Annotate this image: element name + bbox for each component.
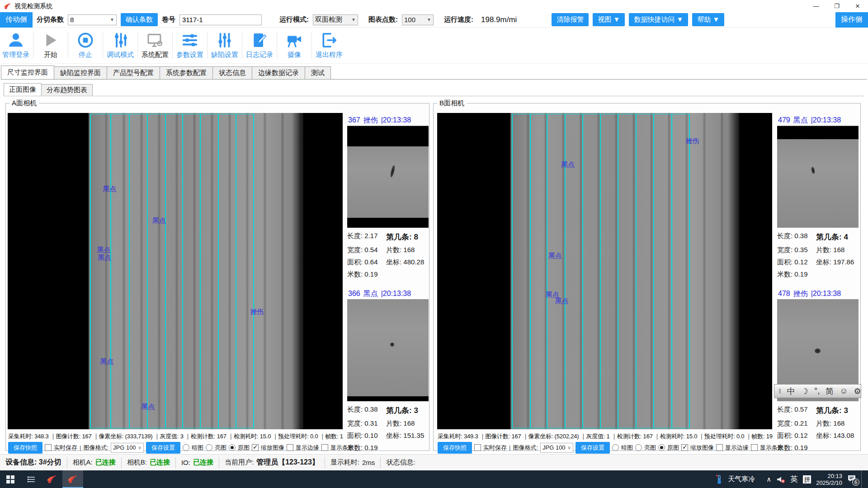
minimize-button[interactable]: — [806, 0, 826, 12]
taskbar-clock[interactable]: 20:13 2025/2/10 [816, 473, 842, 486]
strip-divider-line [636, 114, 637, 428]
notification-center-button[interactable]: 6 [847, 474, 856, 484]
camera-a-controls: 保存快照 实时保存 | 图像格式: JPG 100 ∨ 保存设置 暗图 亮图 原… [8, 441, 354, 454]
chart-points-label: 图表点数: [368, 15, 398, 24]
bright-image-radio[interactable] [635, 444, 642, 451]
defect-annotation-label: 黑点 [142, 403, 155, 411]
tab-size-monitor[interactable]: 尺寸监控界面 [1, 66, 54, 79]
camera-a-panel: A面相机 黑点黑点黑点黑点挫伤黑点黑点 367 挫伤 |20:13:38 长度:… [5, 103, 429, 451]
ime-punctuation-toggle[interactable]: °, [814, 386, 820, 396]
ime-settings-gear-icon[interactable]: ⚙ [854, 386, 861, 396]
dark-image-radio[interactable] [612, 444, 619, 451]
debug-mode-button[interactable]: 调试模式 [104, 28, 136, 63]
defect-annotation-label: 黑点 [548, 252, 562, 260]
confirm-count-button[interactable]: 确认条数 [121, 13, 158, 26]
ime-simplified-toggle[interactable]: 简 [826, 386, 834, 397]
ime-grip-handle[interactable]: ‖ [778, 388, 781, 395]
show-edge-checkbox[interactable] [716, 444, 723, 451]
defect-card[interactable]: 367 挫伤 |20:13:38 长度: 2.17 第几条: 8 宽度: 0.5… [347, 115, 429, 280]
admin-login-button[interactable]: 管理登录 [0, 28, 32, 63]
exit-program-button[interactable]: 退出程序 [313, 28, 345, 63]
slit-count-select[interactable]: 8 ▼ [68, 14, 117, 25]
log-record-button[interactable]: 日志记录 [244, 28, 275, 63]
defect-settings-button[interactable]: 缺陷设置 [209, 28, 241, 63]
operator-side-button[interactable]: 操作侧 [835, 12, 868, 28]
system-config-button[interactable]: 系统配置 [139, 28, 171, 63]
subtab-distribution-chart[interactable]: 分布趋势图表 [41, 84, 93, 96]
bright-image-radio[interactable] [206, 444, 212, 451]
data-quick-access-button[interactable]: 数据快捷访问 ▼ [629, 13, 688, 26]
show-desktop-button[interactable] [861, 470, 863, 488]
roll-number-input[interactable] [179, 14, 262, 25]
save-snapshot-button[interactable]: 保存快照 [8, 442, 42, 454]
defect-card[interactable]: 478 挫伤 |20:13:38 长度: 0.57 第几条: 3 宽度: 0.2… [777, 288, 859, 451]
tab-test[interactable]: 测试 [305, 66, 331, 79]
save-settings-button[interactable]: 保存设置 [146, 442, 180, 454]
save-settings-button[interactable]: 保存设置 [576, 442, 610, 454]
dark-image-radio[interactable] [183, 444, 189, 451]
maximize-button[interactable]: ❐ [826, 0, 847, 12]
task-view-button[interactable] [21, 470, 42, 488]
ime-halfwidth-moon-icon[interactable]: ☽ [801, 386, 808, 396]
drive-side-button[interactable]: 传动侧 [0, 12, 33, 28]
defect-thumbnail [777, 126, 859, 228]
ime-mode-badge[interactable]: 拼 [803, 475, 811, 483]
display-time-value: 2ms [362, 459, 375, 466]
zoom-image-checkbox[interactable] [681, 444, 688, 451]
tab-system-param-config[interactable]: 系统参数配置 [160, 66, 213, 79]
start-button[interactable] [0, 470, 21, 488]
chevron-down-icon: ▼ [351, 17, 356, 22]
volume-muted-icon[interactable] [776, 475, 785, 483]
tab-defect-monitor[interactable]: 缺陷监控界面 [54, 66, 107, 79]
parameter-settings-button[interactable]: 参数设置 [174, 28, 206, 63]
run-mode-label: 运行模式: [279, 15, 309, 24]
taskbar-app-vision-active[interactable] [62, 470, 83, 488]
show-edge-checkbox[interactable] [287, 444, 293, 451]
stop-button[interactable]: 停止 [70, 28, 101, 63]
sub-tabstrip: 正面图像 分布趋势图表 [4, 83, 864, 96]
tab-status-info[interactable]: 状态信息 [212, 66, 252, 79]
strip-divider-line [653, 114, 654, 428]
original-image-radio[interactable] [229, 444, 236, 451]
image-format-select[interactable]: JPG 100 ∨ [540, 443, 573, 453]
realtime-save-label: 实时保存 [483, 444, 507, 452]
camera-a-conn-label: 相机A: [73, 458, 93, 467]
show-strips-checkbox[interactable] [321, 444, 328, 451]
run-mode-select[interactable]: 双面检测 ▼ [313, 14, 358, 25]
chart-points-select[interactable]: 100 ▼ [402, 14, 434, 25]
ime-emoji-icon[interactable]: ☺ [840, 386, 848, 396]
show-strips-label: 显示条数 [330, 444, 354, 452]
capture-button[interactable]: 摄像 [278, 28, 310, 63]
defect-type: 黑点 [363, 289, 378, 299]
help-menu-button[interactable]: 帮助 ▼ [692, 13, 724, 26]
start-button[interactable]: 开始 [35, 28, 66, 63]
strip-divider-line [253, 114, 254, 428]
ime-chinese-mode[interactable]: 中 [787, 386, 795, 397]
clear-alarm-button[interactable]: 清除报警 [552, 13, 589, 26]
view-menu-button[interactable]: 视图 ▼ [593, 13, 625, 26]
defect-annotation-label: 黑点 [100, 357, 114, 366]
defect-card[interactable]: 479 黑点 |20:13:38 长度: 0.38 第几条: 4 宽度: 0.3… [777, 115, 859, 280]
defect-card[interactable]: 366 黑点 |20:13:38 长度: 0.38 第几条: 3 宽度: 0.3… [347, 288, 429, 451]
bright-image-label: 亮图 [215, 444, 226, 452]
strip-divider-line [530, 114, 531, 428]
app-status-bar: 设备信息: 3#分切 相机A: 已连接 相机B: 已连接 IO: 已连接 当前用… [0, 454, 868, 470]
realtime-save-checkbox[interactable] [45, 444, 52, 451]
tab-edge-data-record[interactable]: 边缘数据记录 [252, 66, 305, 79]
zoom-image-checkbox[interactable] [252, 444, 259, 451]
save-snapshot-button[interactable]: 保存快照 [438, 442, 472, 454]
show-strips-checkbox[interactable] [751, 444, 758, 451]
tray-expand-chevron-icon[interactable]: ∧ [766, 475, 771, 483]
subtab-front-image[interactable]: 正面图像 [4, 83, 42, 96]
thermometer-icon[interactable] [716, 474, 723, 484]
image-format-select[interactable]: JPG 100 ∨ [111, 443, 144, 453]
close-button[interactable]: ✕ [847, 0, 868, 12]
language-indicator[interactable]: 英 [790, 474, 798, 484]
strip-divider-line [182, 114, 183, 428]
original-image-radio[interactable] [658, 444, 665, 451]
taskbar-app-vision[interactable] [42, 470, 62, 488]
weather-text[interactable]: 天气寒冷 [728, 475, 755, 483]
main-tabstrip: 尺寸监控界面 缺陷监控界面 产品型号配置 系统参数配置 状态信息 边缘数据记录 … [1, 67, 867, 80]
tab-product-model-config[interactable]: 产品型号配置 [107, 66, 160, 79]
realtime-save-checkbox[interactable] [474, 444, 481, 451]
